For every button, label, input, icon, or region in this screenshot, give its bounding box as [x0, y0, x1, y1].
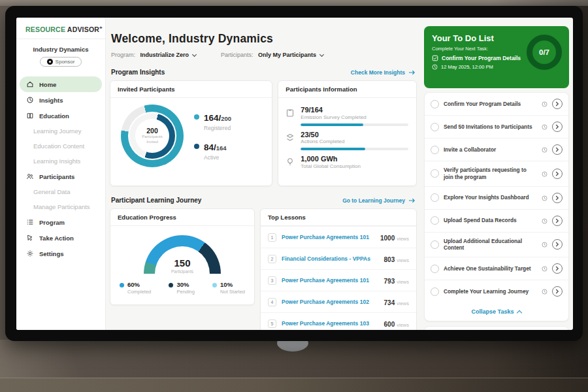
section-title: Program Insights — [111, 69, 165, 76]
link-label: Check More Insights — [351, 69, 405, 76]
task-row[interactable]: Upload Spend Data Records — [425, 210, 568, 233]
section-title: Participant Learning Journey — [111, 197, 201, 204]
sidebar-item-education[interactable]: Education — [16, 108, 105, 123]
donut-center: 200 Participants Invited — [135, 119, 169, 153]
sidebar-item-home[interactable]: Home — [20, 76, 102, 92]
sidebar-item-education-content[interactable]: Education Content — [16, 139, 105, 154]
sidebar-item-label: Manage Participants — [33, 203, 90, 210]
task-row[interactable]: Confirm Your Program Details — [425, 93, 568, 116]
sidebar-item-settings[interactable]: Settings — [16, 246, 105, 261]
sponsor-badge[interactable]: Sponsor — [40, 57, 82, 67]
stat-label: Actions Completed — [301, 139, 408, 144]
task-label: Upload Additional Educational Content — [444, 238, 537, 252]
stat-label: Total Global Consumption — [301, 163, 408, 169]
task-open-button[interactable] — [552, 263, 563, 274]
task-open-button[interactable] — [552, 169, 563, 179]
donut-hole: 200 Participants Invited — [128, 112, 176, 160]
book-icon — [26, 112, 34, 120]
lesson-link[interactable]: Power Purchase Agreements 101 — [282, 277, 379, 284]
task-checkbox[interactable] — [431, 193, 439, 202]
task-open-button[interactable] — [552, 239, 563, 250]
task-row[interactable]: Verify participants requesting to join t… — [425, 161, 568, 187]
task-checkbox[interactable] — [431, 123, 439, 131]
background-light — [0, 340, 105, 379]
sidebar-item-learning-insights[interactable]: Learning Insights — [16, 154, 105, 169]
sponsor-label: Sponsor — [56, 59, 75, 65]
todo-next-task-label: Confirm Your Program Details — [442, 55, 521, 61]
task-row[interactable]: Complete Your Learning Journey — [425, 280, 568, 302]
clock-icon — [542, 286, 547, 297]
sidebar-item-label: Education Content — [33, 142, 84, 150]
lesson-row[interactable]: 3 Power Purchase Agreements 101 793views — [261, 269, 416, 291]
gear-icon — [26, 250, 34, 257]
task-checkbox[interactable] — [431, 240, 439, 249]
invited-legend: 164/200 Registered 84/164 Active — [194, 112, 231, 161]
todo-progress-value: 0/7 — [539, 48, 549, 56]
stat-value: 1,000 GWh — [301, 155, 408, 163]
go-to-learning-journey-link[interactable]: Go to Learning Journey — [342, 197, 416, 204]
task-checkbox[interactable] — [431, 146, 439, 154]
legend-item-not-started: 10% Not Started — [212, 282, 245, 295]
task-label: Explore Your Insights Dashboard — [444, 194, 537, 201]
task-row[interactable]: Upload Additional Educational Content — [425, 233, 568, 258]
collapse-tasks-link[interactable]: Collapse Tasks — [425, 302, 568, 321]
stat-label: Emission Survey Completed — [301, 114, 408, 120]
sidebar-item-participants[interactable]: Participants — [16, 169, 105, 184]
check-more-insights-link[interactable]: Check More Insights — [351, 69, 416, 76]
task-row[interactable]: Achieve One Sustainability Target — [425, 257, 568, 280]
sidebar-item-manage-participants[interactable]: Manage Participants — [16, 199, 105, 214]
sidebar-item-program[interactable]: Program — [16, 214, 105, 230]
lesson-link[interactable]: Power Purchase Agreements 102 — [282, 299, 379, 305]
education-progress-legend: 60% Completed 30% Pending 10% Not Starte… — [110, 274, 254, 295]
task-open-button[interactable] — [552, 193, 563, 203]
lesson-link[interactable]: Power Purchase Agreements 101 — [282, 234, 375, 240]
monitor-bezel: RESOURCE ADVISOR+ Industry Dynamics Spon… — [5, 6, 583, 341]
legend-item-pending: 30% Pending — [169, 282, 195, 295]
task-checkbox[interactable] — [431, 265, 439, 273]
sidebar-item-label: Home — [39, 81, 56, 88]
participants-filter-select[interactable]: Only My Participants — [258, 52, 323, 58]
clock-icon — [542, 144, 547, 155]
stat-value: 23/50 — [301, 131, 408, 139]
program-filter-select[interactable]: Industrialize Zero — [140, 52, 197, 58]
task-checkbox[interactable] — [431, 100, 439, 108]
lesson-link[interactable]: Financial Considerations - VPPAs — [282, 255, 379, 262]
task-open-button[interactable] — [552, 99, 563, 109]
legend-label: Completed — [127, 289, 151, 295]
sidebar-item-general-data[interactable]: General Data — [16, 184, 105, 199]
lesson-row[interactable]: 5 Power Purchase Agreements 103 600views — [261, 312, 416, 330]
lesson-link[interactable]: Power Purchase Agreements 103 — [282, 320, 379, 327]
participants-info-body: 79/164 Emission Survey Completed 23/50 A… — [278, 98, 416, 169]
task-checkbox[interactable] — [431, 216, 439, 225]
legend-item-active: 84/164 Active — [194, 141, 231, 161]
sidebar-item-take-action[interactable]: Take Action — [16, 230, 105, 246]
lesson-row[interactable]: 4 Power Purchase Agreements 102 734views — [261, 291, 416, 312]
sidebar-item-learning-journey[interactable]: Learning Journey — [16, 123, 105, 139]
participants-filter: Participants: Only My Participants — [221, 52, 323, 58]
education-progress-card: Education Progress 150 Participants — [110, 208, 255, 305]
card-title: Invited Participants — [110, 81, 272, 98]
task-row[interactable]: Send 50 Invitations to Participants — [425, 116, 568, 139]
task-checkbox[interactable] — [431, 287, 439, 296]
task-row[interactable]: Invite a Collaborator — [425, 139, 568, 161]
task-row[interactable]: Explore Your Insights Dashboard — [425, 187, 568, 210]
task-open-button[interactable] — [552, 216, 563, 226]
task-open-button[interactable] — [552, 122, 563, 132]
donut-center-value: 200 — [146, 127, 158, 135]
card-title: Participants Information — [278, 81, 416, 98]
legend-total: 164 — [216, 144, 227, 152]
clock-icon — [542, 263, 547, 274]
sidebar-item-label: Participants — [39, 173, 74, 180]
task-open-button[interactable] — [552, 286, 563, 297]
lesson-row[interactable]: 2 Financial Considerations - VPPAs 803vi… — [261, 248, 416, 269]
todo-summary-card: Your To Do List Complete Your Next Task:… — [424, 26, 569, 88]
sidebar-item-insights[interactable]: Insights — [16, 92, 105, 108]
sidebar-nav: Home Insights Education Learning Journey… — [16, 76, 105, 261]
insights-cards-row: Invited Participants 200 Participants In… — [110, 80, 417, 186]
task-open-button[interactable] — [552, 144, 563, 155]
lesson-row[interactable]: 1 Power Purchase Agreements 101 1000view… — [261, 226, 416, 248]
task-checkbox[interactable] — [431, 169, 439, 178]
lesson-views-suffix: views — [397, 301, 409, 306]
lesson-views-suffix: views — [397, 322, 409, 328]
participants-information-card: Participants Information 79/164 Emission… — [278, 80, 417, 186]
